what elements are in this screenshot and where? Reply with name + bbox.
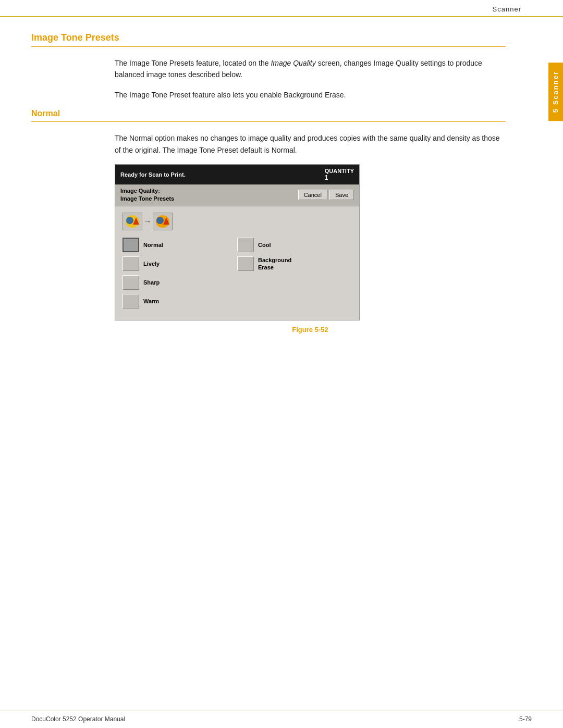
option-label-lively: Lively bbox=[143, 261, 160, 267]
option-label-sharp: Sharp bbox=[143, 279, 160, 286]
option-btn-normal[interactable] bbox=[123, 238, 139, 252]
tone-icon-after bbox=[153, 213, 173, 230]
option-label-cool: Cool bbox=[258, 242, 271, 248]
intro-paragraph-1: The Image Tone Presets feature, located … bbox=[115, 57, 506, 81]
option-row-bg-erase: BackgroundErase bbox=[237, 256, 352, 272]
option-label-normal: Normal bbox=[143, 242, 163, 248]
heading-divider bbox=[31, 46, 506, 47]
footer-right: 5-79 bbox=[519, 715, 532, 723]
option-row-empty bbox=[237, 275, 352, 290]
quantity-label: QUANTITY bbox=[325, 168, 354, 174]
option-row-normal: Normal bbox=[123, 238, 237, 252]
quantity-area: QUANTITY 1 bbox=[325, 168, 354, 181]
scanner-buttons: Cancel Save bbox=[298, 190, 354, 200]
tone-icons-area: → bbox=[115, 206, 359, 235]
image-quality-label: Image Quality: Image Tone Presets bbox=[120, 187, 174, 203]
italic-text: Image Quality bbox=[271, 59, 315, 67]
footer-left: DocuColor 5252 Operator Manual bbox=[31, 715, 125, 723]
page-heading: Image Tone Presets bbox=[31, 32, 506, 43]
side-tab: 5 Scanner bbox=[548, 63, 563, 121]
side-tab-label: 5 Scanner bbox=[552, 71, 559, 113]
arrow-icon: → bbox=[143, 217, 152, 226]
option-btn-lively[interactable] bbox=[123, 256, 139, 271]
scanner-ui-header: Ready for Scan to Print. QUANTITY 1 bbox=[115, 165, 359, 184]
option-btn-cool[interactable] bbox=[237, 238, 254, 252]
intro-paragraph-2: The Image Tone Preset feature also lets … bbox=[115, 89, 506, 101]
svg-point-1 bbox=[126, 217, 133, 224]
options-grid: Normal Cool Lively BackgroundErase bbox=[115, 235, 359, 320]
option-label-warm: Warm bbox=[143, 298, 159, 304]
option-row-cool: Cool bbox=[237, 238, 352, 252]
quantity-value: 1 bbox=[325, 174, 354, 181]
option-btn-bg-erase[interactable] bbox=[237, 256, 254, 271]
tone-icon-before bbox=[123, 213, 142, 230]
scanner-status: Ready for Scan to Print. bbox=[120, 171, 186, 178]
section-divider bbox=[31, 121, 506, 122]
option-label-bg-erase: BackgroundErase bbox=[258, 256, 291, 272]
option-btn-warm[interactable] bbox=[123, 294, 139, 309]
cancel-button[interactable]: Cancel bbox=[298, 190, 327, 200]
section-body: The Normal option makes no changes to im… bbox=[115, 132, 506, 156]
figure-container: Ready for Scan to Print. QUANTITY 1 Imag… bbox=[115, 164, 506, 334]
top-bar: Scanner bbox=[0, 0, 563, 17]
figure-caption: Figure 5-52 bbox=[115, 326, 506, 334]
main-content: Image Tone Presets The Image Tone Preset… bbox=[0, 17, 563, 360]
scanner-ui: Ready for Scan to Print. QUANTITY 1 Imag… bbox=[115, 164, 360, 320]
svg-point-4 bbox=[156, 217, 164, 224]
option-row-warm: Warm bbox=[123, 294, 237, 309]
header-title: Scanner bbox=[493, 5, 521, 13]
section-heading-normal: Normal bbox=[31, 109, 506, 118]
save-button[interactable]: Save bbox=[329, 190, 354, 200]
option-row-lively: Lively bbox=[123, 256, 237, 272]
option-btn-sharp[interactable] bbox=[123, 275, 139, 290]
scanner-ui-subheader: Image Quality: Image Tone Presets Cancel… bbox=[115, 184, 359, 206]
option-row-sharp: Sharp bbox=[123, 275, 237, 290]
page-footer: DocuColor 5252 Operator Manual 5-79 bbox=[0, 710, 563, 728]
